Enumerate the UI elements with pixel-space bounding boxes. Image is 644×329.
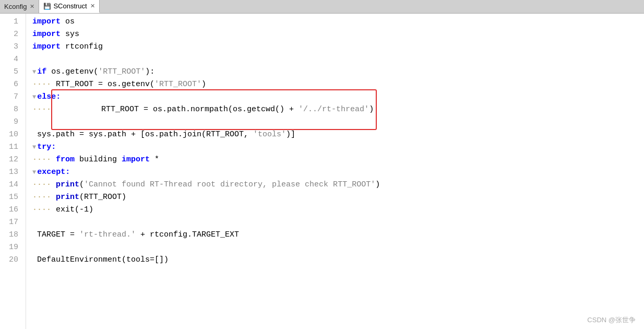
code-line-12: ···· from building import * [32,154,644,166]
fold-icon-7: ▼ [32,91,36,103]
tab-sconstruct[interactable]: 💾 SConstruct ✕ [39,0,99,13]
line-num-17: 17 [4,216,18,229]
line-num-1: 1 [4,16,18,28]
code-line-15: ···· print(RTT_ROOT) [32,191,644,204]
fold-icon-11: ▼ [32,141,36,154]
line-num-12: 12 [4,154,18,166]
code-line-17 [32,216,644,229]
line-num-20: 20 [4,254,18,266]
watermark: CSDN @张世争 [587,315,636,325]
code-line-16: ···· exit(-1) [32,204,644,216]
code-line-10: sys.path = sys.path + [os.path.join(RTT_… [32,128,644,141]
tab-sconstruct-close[interactable]: ✕ [90,3,95,9]
code-line-4 [32,53,644,66]
line-num-10: 10 [4,128,18,141]
fold-icon-5: ▼ [32,66,36,78]
line-num-3: 3 [4,41,18,53]
code-line-11: ▼try: [32,141,644,154]
code-line-2: import sys [32,28,644,41]
line-num-5: 5 [4,66,18,78]
tab-kconfig-close[interactable]: ✕ [30,3,34,10]
save-icon: 💾 [43,3,51,10]
code-line-14: ···· print('Cannot found RT-Thread root … [32,179,644,191]
tab-kconfig[interactable]: Kconfig ✕ [0,0,39,13]
line-num-16: 16 [4,204,18,216]
line-numbers: 1 2 3 4 5 6 7 8 9 10 11 12 13 14 15 16 1… [0,14,26,329]
code-line-5: ▼if os.getenv('RTT_ROOT'): [32,66,644,78]
code-area: 1 2 3 4 5 6 7 8 9 10 11 12 13 14 15 16 1… [0,14,644,329]
line-num-4: 4 [4,53,18,66]
code-line-18: TARGET = 'rt-thread.' + rtconfig.TARGET_… [32,229,644,241]
code-line-9 [32,116,644,128]
line-num-7: 7 [4,91,18,103]
tab-kconfig-label: Kconfig [4,3,27,10]
code-line-19 [32,241,644,254]
line-num-13: 13 [4,166,18,179]
code-line-8: ···· RTT_ROOT = os.path.normpath(os.getc… [32,103,644,116]
line-num-19: 19 [4,241,18,254]
line-num-6: 6 [4,78,18,91]
editor-container: Kconfig ✕ 💾 SConstruct ✕ 1 2 3 4 5 6 7 8… [0,0,644,329]
line-num-18: 18 [4,229,18,241]
line-num-8: 8 [4,103,18,116]
tab-sconstruct-label: SConstruct [53,2,87,10]
line-num-15: 15 [4,191,18,204]
line-num-14: 14 [4,179,18,191]
line-num-9: 9 [4,116,18,128]
code-line-3: import rtconfig [32,41,644,53]
code-line-1: import os [32,16,644,28]
code-lines: import os import sys import rtconfig ▼if… [26,14,644,329]
line-num-11: 11 [4,141,18,154]
code-line-20: DefaultEnvironment(tools=[]) [32,254,644,266]
code-line-13: ▼except: [32,166,644,179]
line-num-2: 2 [4,28,18,41]
fold-icon-13: ▼ [32,166,36,179]
tab-bar: Kconfig ✕ 💾 SConstruct ✕ [0,0,644,14]
